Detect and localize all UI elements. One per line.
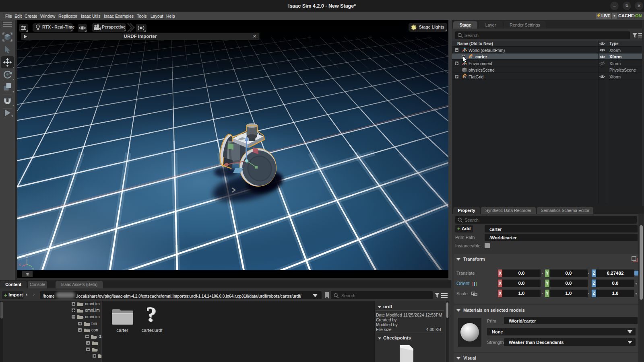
svg-text:Z: Z (26, 255, 28, 259)
svg-text:?: ? (146, 306, 156, 326)
svg-text:m: m (25, 272, 29, 276)
svg-text:X: X (19, 263, 21, 267)
